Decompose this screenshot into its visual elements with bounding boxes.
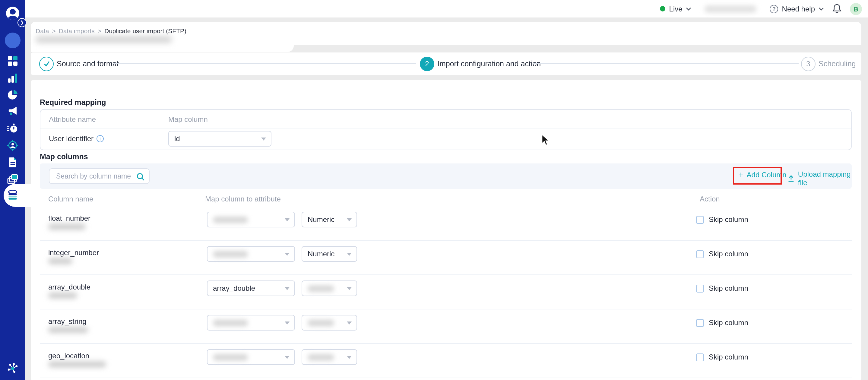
chevron-down-icon [686,7,691,10]
skip-column-checkbox[interactable] [696,353,704,361]
skip-column-label: Skip column [709,318,748,327]
skip-column-label: Skip column [709,215,748,224]
data-type-select[interactable]: Numeric [302,212,357,227]
breadcrumb: Data > Data imports > Duplicate user imp… [36,27,186,34]
data-type-select[interactable] [302,349,357,365]
step-import-configuration[interactable]: 2 Import configuration and action [420,53,541,75]
action-cell: Skip column [696,284,748,292]
breadcrumb-separator: > [98,27,101,34]
map-columns-table-header: Column name Map column to attribute Acti… [40,195,852,206]
chevron-down-icon [347,218,352,221]
brand-logo[interactable] [6,7,19,20]
step-source-and-format[interactable]: Source and format [39,53,119,75]
data-type-select[interactable] [302,315,357,330]
sidebar: ❯ [0,0,25,380]
chevron-down-icon [261,137,266,140]
column-search [49,168,150,184]
redacted-subtext [48,292,77,298]
sidebar-item-boards[interactable] [7,173,19,185]
skip-column-checkbox[interactable] [696,216,704,223]
sidebar-item-reports[interactable] [7,156,19,168]
chevron-down-icon [818,7,824,10]
chevron-down-icon [347,253,352,256]
column-name: integer_number [48,249,99,257]
map-attribute-select[interactable]: array_double [207,281,295,296]
chevron-down-icon [285,356,289,359]
notifications-bell-icon[interactable] [832,4,841,14]
skip-column-checkbox[interactable] [696,319,704,327]
user-avatar[interactable]: B [850,3,862,15]
attribute-name-header: Attribute name [49,115,96,124]
pie-chart-icon [7,89,19,101]
database-icon [7,189,19,201]
step-number: 2 [420,56,434,71]
chevron-down-icon [285,253,289,256]
data-type-select[interactable]: Numeric [302,246,357,262]
app-root: Live ? Need help B Data > Data imports >… [0,0,868,380]
need-help-menu[interactable]: ? Need help [770,4,824,13]
upload-mapping-file-button[interactable]: Upload mapping file [788,170,852,187]
step-label: Import configuration and action [437,59,541,68]
sidebar-item-journeys[interactable] [7,122,19,134]
chevron-down-icon [347,321,352,324]
map-column-to-attribute-header: Map column to attribute [205,195,281,203]
sidebar-expand-button[interactable]: ❯ [18,18,27,27]
user-identifier-select[interactable]: id [168,131,272,147]
redacted-account-name [705,5,757,12]
table-row: float_number Numeric Skip column [40,206,852,241]
column-name: array_string [48,317,87,326]
column-name: geo_location [48,352,89,360]
megaphone-icon [7,105,19,117]
table-row: User identifier i id [40,128,851,150]
upload-icon [788,174,795,183]
annotation-highlight-box [733,167,782,185]
skip-column-label: Skip column [709,353,748,361]
step-scheduling[interactable]: 3 Scheduling [801,53,856,75]
redacted-subtext [48,361,106,367]
skip-column-checkbox[interactable] [696,250,704,258]
chevron-down-icon [347,356,352,359]
info-icon[interactable]: i [96,135,104,142]
sidebar-item-integrations[interactable] [7,362,19,374]
sidebar-item-data[interactable] [7,189,19,201]
map-attribute-select[interactable] [207,349,295,365]
map-attribute-select[interactable] [207,246,295,262]
map-attribute-select[interactable] [207,315,295,330]
top-bar: Live ? Need help B [0,0,868,18]
need-help-label: Need help [782,4,815,13]
document-icon [7,156,19,168]
breadcrumb-current: Duplicate user import (SFTP) [104,27,186,34]
skip-column-checkbox[interactable] [696,284,704,292]
breadcrumb-data[interactable]: Data [36,27,49,34]
sidebar-item-audiences[interactable] [7,139,19,151]
sidebar-item-analytics[interactable] [7,72,19,84]
environment-selector[interactable]: Live [660,4,691,13]
breadcrumb-card: Data > Data imports > Duplicate user imp… [31,22,861,45]
target-user-icon [7,139,19,151]
create-button[interactable] [5,33,21,48]
redacted-subtext [48,258,72,264]
breadcrumb-separator: > [52,27,56,34]
breadcrumb-data-imports[interactable]: Data imports [59,27,95,34]
map-columns-toolbar: + Add Column Upload mapping file [40,163,852,189]
map-attribute-select[interactable] [207,212,295,227]
data-type-select[interactable] [302,281,357,296]
step-label: Source and format [57,59,119,68]
user-identifier-label: User identifier [49,134,93,143]
plus-icon [5,33,21,48]
action-cell: Skip column [696,318,748,327]
search-icon[interactable] [136,172,145,181]
step-done-check-icon [39,56,54,71]
sidebar-item-segments[interactable] [7,89,19,101]
table-row: array_string Skip column [40,310,852,344]
stopwatch-icon [7,122,19,134]
table-row: array_double array_double Skip column [40,275,852,310]
sidebar-item-dashboard[interactable] [7,55,19,67]
required-mapping-card: Attribute name Map column User identifie… [40,109,852,150]
hub-spokes-icon [7,362,19,374]
sidebar-item-campaigns[interactable] [7,105,19,117]
step-number: 3 [801,56,815,71]
search-input[interactable] [55,169,133,183]
stepper: Source and format 2 Import configuration… [31,53,861,75]
layers-icon [7,173,19,185]
